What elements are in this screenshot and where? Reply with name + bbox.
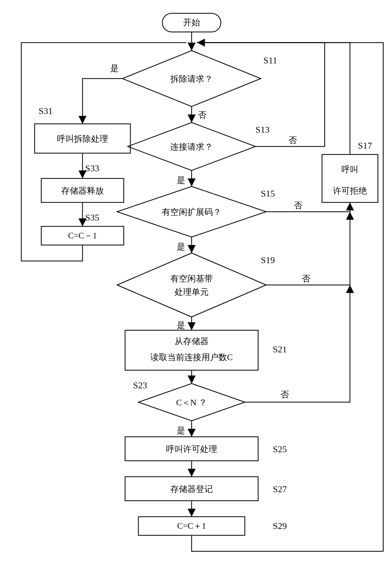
s15-yes: 是 xyxy=(177,242,185,251)
s27-text: 存储器登记 xyxy=(170,484,213,494)
s31-text: 呼叫拆除处理 xyxy=(57,134,108,144)
s13-no: 否 xyxy=(288,135,297,145)
process-s31: 呼叫拆除处理 xyxy=(35,124,130,153)
decision-s19: 有空闲基带 处理单元 S19 xyxy=(117,253,275,317)
s21-line1: 从存储器 xyxy=(175,336,209,346)
s21-label: S21 xyxy=(273,344,287,354)
process-s25: 呼叫许可处理 S25 xyxy=(125,437,287,461)
process-s33: 存储器释放 xyxy=(41,178,124,202)
s33-label: S33 xyxy=(85,163,99,173)
s31-label: S31 xyxy=(39,106,53,116)
s19-line2: 处理单元 xyxy=(175,287,209,297)
s11-yes: 是 xyxy=(110,63,119,73)
decision-s11: 拆除请求？ S11 xyxy=(122,51,277,107)
s19-line1: 有空闲基带 xyxy=(170,274,213,283)
s13-label: S13 xyxy=(255,125,270,134)
s15-text: 有空闲扩展码？ xyxy=(162,207,221,217)
decision-s23: C＜N ？ S23 xyxy=(133,380,245,421)
process-s21: 从存储器 读取当前连接用户数C S21 xyxy=(125,330,287,370)
s17-label: S17 xyxy=(358,141,372,150)
s23-label: S23 xyxy=(133,380,147,390)
s35-label: S35 xyxy=(85,213,99,222)
s23-text: C＜N ？ xyxy=(176,398,207,407)
s15-label: S15 xyxy=(261,189,275,198)
s11-text: 拆除请求？ xyxy=(170,74,213,84)
flowchart: 开始 拆除请求？ S11 是 S31 否 连接请求？ S13 否 是 有空闲扩展… xyxy=(5,5,392,583)
s29-label: S29 xyxy=(273,521,287,531)
s19-label: S19 xyxy=(261,255,275,265)
s11-label: S11 xyxy=(263,55,277,65)
s25-text: 呼叫许可处理 xyxy=(166,444,217,454)
decision-s13: 连接请求？ S13 xyxy=(128,123,270,170)
process-s27: 存储器登记 S27 xyxy=(125,477,287,501)
s17-line1: 呼叫 xyxy=(341,165,358,174)
s25-label: S25 xyxy=(273,444,287,454)
s17-line2: 许可拒绝 xyxy=(333,186,367,195)
s35-text: C=C－1 xyxy=(68,231,97,240)
s19-yes: 是 xyxy=(177,320,185,330)
s13-yes: 是 xyxy=(177,175,185,185)
s29-text: C=C＋1 xyxy=(177,521,206,531)
s11-no: 否 xyxy=(198,110,207,120)
svg-marker-9 xyxy=(117,253,266,317)
s21-line2: 读取当前连接用户数C xyxy=(150,352,233,362)
process-s35: C=C－1 xyxy=(41,226,124,245)
start-label: 开始 xyxy=(183,18,200,27)
s23-no: 否 xyxy=(280,390,289,399)
s13-text: 连接请求？ xyxy=(170,142,213,152)
process-s29: C=C＋1 S29 xyxy=(138,517,287,535)
s33-text: 存储器释放 xyxy=(61,186,104,195)
start-node: 开始 xyxy=(162,13,221,32)
s15-no: 否 xyxy=(294,201,302,210)
s19-no: 否 xyxy=(302,274,310,283)
s23-yes: 是 xyxy=(177,426,185,435)
s27-label: S27 xyxy=(273,484,287,494)
decision-s15: 有空闲扩展码？ S15 xyxy=(117,186,275,237)
